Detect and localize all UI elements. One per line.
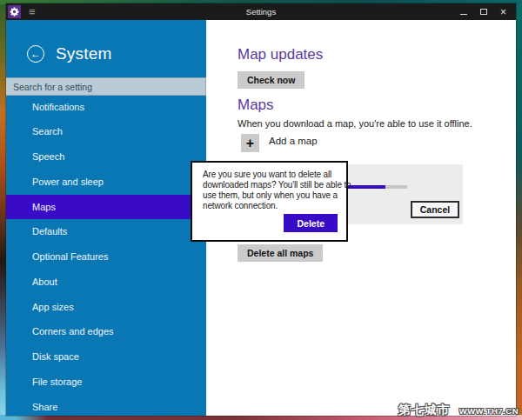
sidebar-item-file-storage[interactable]: File storage xyxy=(6,370,206,395)
hamburger-menu-icon[interactable]: ≡ xyxy=(29,6,36,17)
map-updates-heading: Map updates xyxy=(238,46,323,63)
check-now-button[interactable]: Check now xyxy=(238,71,304,89)
close-button[interactable]: × xyxy=(500,7,506,17)
delete-all-maps-button[interactable]: Delete all maps xyxy=(238,244,323,262)
page-title: System xyxy=(56,44,112,63)
window-title: Settings xyxy=(6,7,516,17)
dialog-message: Are you sure you want to delete all down… xyxy=(192,163,346,211)
add-a-map-label: Add a map xyxy=(269,136,318,146)
window-controls: × xyxy=(460,7,516,17)
sidebar-item-corners-and-edges[interactable]: Corners and edges xyxy=(6,319,206,344)
minimize-button[interactable] xyxy=(460,10,467,15)
sidebar-item-speech[interactable]: Speech xyxy=(6,144,206,170)
back-arrow-icon: ← xyxy=(30,48,41,60)
maximize-icon xyxy=(480,9,487,15)
watermark: 第七城市WWW.TH7.CN xyxy=(398,402,519,418)
sidebar-item-app-sizes[interactable]: App sizes xyxy=(6,295,206,320)
delete-button[interactable]: Delete xyxy=(284,214,338,232)
maps-description: When you download a map, you're able to … xyxy=(238,118,472,129)
sidebar-item-maps[interactable]: Maps xyxy=(6,195,206,220)
sidebar-item-power-and-sleep[interactable]: Power and sleep xyxy=(6,170,206,195)
watermark-site-name: 第七城市 xyxy=(398,403,451,417)
plus-icon: + xyxy=(241,134,259,152)
delete-confirmation-dialog: Are you sure you want to delete all down… xyxy=(191,161,348,242)
sidebar-nav: Notifications Search Speech Power and sl… xyxy=(6,95,206,417)
sidebar-header: ← System xyxy=(6,20,206,63)
maximize-button[interactable] xyxy=(480,9,487,15)
search-input[interactable] xyxy=(6,77,206,96)
dialog-message-line: use them, but only when you have a xyxy=(203,190,339,201)
sidebar-item-search[interactable]: Search xyxy=(6,119,206,144)
sidebar-item-optional-features[interactable]: Optional Features xyxy=(6,244,206,270)
cancel-download-button[interactable]: Cancel xyxy=(411,201,459,218)
sidebar-item-defaults[interactable]: Defaults xyxy=(6,219,206,244)
maps-heading: Maps xyxy=(238,97,274,114)
sidebar-item-disk-space[interactable]: Disk space xyxy=(6,344,206,370)
sidebar-item-share[interactable]: Share xyxy=(6,395,206,417)
add-a-map-button[interactable]: + Add a map xyxy=(241,134,318,152)
titlebar[interactable]: Settings ≡ × xyxy=(6,3,516,20)
back-button[interactable]: ← xyxy=(27,45,44,63)
sidebar-item-about[interactable]: About xyxy=(6,270,206,295)
minimize-icon xyxy=(460,14,467,15)
dialog-message-line: network connection. xyxy=(203,201,339,211)
gear-icon xyxy=(10,7,19,17)
dialog-message-line: Are you sure you want to delete all xyxy=(203,170,339,180)
sidebar: ← System Notifications Search Speech Pow… xyxy=(6,20,206,416)
settings-app-icon xyxy=(8,5,21,18)
dialog-message-line: downloaded maps? You'll still be able to xyxy=(203,180,339,190)
settings-window: Settings ≡ × ← System Notifications Sear… xyxy=(6,3,516,416)
watermark-site-url: WWW.TH7.CN xyxy=(459,406,519,416)
sidebar-item-notifications[interactable]: Notifications xyxy=(6,95,206,120)
